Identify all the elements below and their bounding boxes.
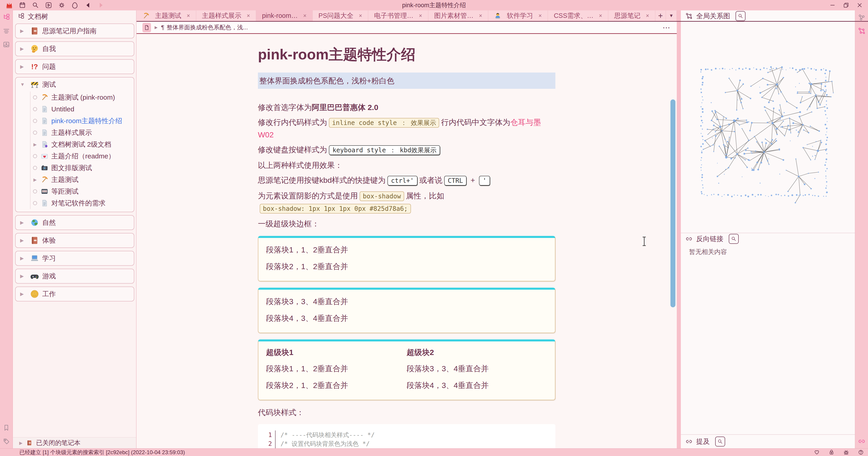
app-logo-icon[interactable] xyxy=(5,1,13,9)
code-lines[interactable]: /* ----代码块相关样式---- *//* 设置代码块背景色为浅色 */.b… xyxy=(276,430,471,448)
chevron-right-icon[interactable]: ▶ xyxy=(20,46,30,52)
tab-电子书管理…[interactable]: 电子书管理…× xyxy=(368,10,428,21)
doc-文档树测试 2级文档[interactable]: ▶文档树测试 2级文档 xyxy=(16,138,134,150)
sync-icon[interactable] xyxy=(45,1,53,9)
tab-list-button[interactable]: ▼ xyxy=(666,10,677,21)
paragraph[interactable]: 以上两种样式使用效果： xyxy=(258,159,555,171)
editor-scrollbar[interactable] xyxy=(671,99,675,307)
graph-search-button[interactable] xyxy=(736,11,745,21)
doc-bullet[interactable] xyxy=(30,131,40,135)
mentions-search-button[interactable] xyxy=(715,436,725,447)
document-content[interactable]: pink-room主题特性介绍 整体界面换成粉色系配色，浅粉+粉白色修改首选字体… xyxy=(136,34,677,448)
debug-icon[interactable] xyxy=(843,449,849,455)
theme-icon[interactable] xyxy=(71,1,79,9)
dock-local-graph[interactable] xyxy=(858,13,866,21)
tab-close-icon[interactable]: × xyxy=(303,12,307,19)
selected-paragraph[interactable]: 整体界面换成粉色系配色，浅粉+粉白色 xyxy=(258,72,555,89)
doc-图文排版测试[interactable]: 图文排版测试 xyxy=(16,162,134,174)
notebook-row[interactable]: ▶自我 xyxy=(16,42,134,56)
chevron-right-icon[interactable]: ▶ xyxy=(20,28,30,34)
breadcrumb-text[interactable]: ¶ 整体界面换成粉色系配色，浅... xyxy=(161,24,248,31)
document-badge[interactable] xyxy=(143,23,151,32)
doc-Untitled[interactable]: Untitled xyxy=(16,103,134,115)
global-search-icon[interactable] xyxy=(32,1,39,9)
doc-主题测试 (pink-room)[interactable]: 主题测试 (pink-room) xyxy=(16,92,134,103)
tab-new-button[interactable]: + xyxy=(655,10,666,21)
tab-close-icon[interactable]: × xyxy=(479,12,483,19)
dock-inbox[interactable] xyxy=(2,41,10,48)
notebook-row[interactable]: ▶体验 xyxy=(16,233,134,248)
super-block[interactable]: 段落块1，1、2垂直合并段落块2，1、2垂直合并 xyxy=(258,236,555,281)
lock-icon[interactable] xyxy=(829,449,835,455)
dock-backlinks[interactable] xyxy=(858,437,866,445)
chevron-right-icon[interactable]: ▶ xyxy=(20,256,30,261)
doc-对笔记软件的需求[interactable]: 对笔记软件的需求 xyxy=(16,197,134,209)
notebook-row[interactable]: ▼测试 xyxy=(16,77,134,92)
notebook-row[interactable]: ▶学习 xyxy=(16,251,134,265)
paragraph[interactable]: 为元素设置阴影的方式是使用box-shadow属性，比如box-shadow: … xyxy=(258,190,555,215)
doc-bullet[interactable] xyxy=(30,201,40,205)
backlinks-search-button[interactable] xyxy=(729,234,739,244)
tab-软件学习[interactable]: 软件学习× xyxy=(488,10,548,21)
tab-close-icon[interactable]: × xyxy=(599,12,602,19)
paragraph[interactable]: 思源笔记使用按键kbd样式的快捷键为ctrl+'或者说CTRL + ' xyxy=(258,174,555,187)
panel-resize-gutter[interactable] xyxy=(677,10,681,448)
doc-bullet[interactable] xyxy=(30,154,40,158)
tab-PS问题大全[interactable]: PS问题大全× xyxy=(313,10,368,21)
chevron-right-icon[interactable]: ▶ xyxy=(20,273,30,279)
doc-pink-room主题特性介绍[interactable]: pink-room主题特性介绍 xyxy=(16,115,134,127)
restore-button[interactable] xyxy=(843,2,849,8)
dock-outline[interactable] xyxy=(2,27,10,35)
doc-bullet[interactable] xyxy=(30,166,40,170)
settings-icon[interactable] xyxy=(58,1,66,9)
chevron-down-icon[interactable]: ▼ xyxy=(20,82,30,87)
super-block-columns[interactable]: 超级块1段落块1，1、2垂直合并段落块2，1、2垂直合并超级块2段落块3，3、4… xyxy=(258,339,555,400)
dock-file-tree[interactable] xyxy=(2,13,10,21)
chevron-right-icon[interactable]: ▶ xyxy=(20,64,30,69)
tab-pink-room…[interactable]: pink-room…× xyxy=(256,10,313,21)
titlebar[interactable]: pink-room主题特性介绍 xyxy=(0,0,868,11)
paragraph[interactable]: 段落块2，1、2垂直合并 xyxy=(266,380,400,391)
paragraph[interactable]: 修改行内代码样式为inline code style ： 效果展示行内代码中文字… xyxy=(258,117,555,140)
dock-global-graph[interactable] xyxy=(858,27,866,35)
paragraph[interactable]: 段落块2，1、2垂直合并 xyxy=(266,261,547,272)
paragraph[interactable]: 修改首选字体为阿里巴巴普惠体 2.0 xyxy=(258,101,555,113)
tab-close-icon[interactable]: × xyxy=(187,12,190,19)
daily-note-icon[interactable] xyxy=(19,1,26,9)
doc-等距测试[interactable]: 777等距测试 xyxy=(16,186,134,197)
super-block-column[interactable]: 超级块1段落块1，1、2垂直合并段落块2，1、2垂直合并 xyxy=(266,343,407,396)
paragraph[interactable]: 段落块1，1、2垂直合并 xyxy=(266,363,400,374)
doc-bullet[interactable] xyxy=(30,119,40,123)
help-icon[interactable] xyxy=(858,449,864,455)
doc-主题样式展示[interactable]: 主题样式展示 xyxy=(16,127,134,138)
tab-CSS需求、…[interactable]: CSS需求、…× xyxy=(548,10,608,21)
super-block[interactable]: 段落块3，3、4垂直合并段落块4，3、4垂直合并 xyxy=(258,288,555,333)
document-title[interactable]: pink-room主题特性介绍 xyxy=(258,45,555,64)
chevron-right-icon[interactable]: ▶ xyxy=(30,177,40,182)
global-graph-canvas[interactable] xyxy=(681,22,855,233)
breadcrumb[interactable]: ▶ ¶ 整体界面换成粉色系配色，浅... ⋯ xyxy=(136,22,677,34)
tab-图片素材管…[interactable]: 图片素材管…× xyxy=(428,10,489,21)
chevron-right-icon[interactable]: ▶ xyxy=(20,291,30,297)
tab-close-icon[interactable]: × xyxy=(538,12,542,19)
notebook-row[interactable]: ▶思源笔记用户指南 xyxy=(16,24,134,38)
code-block[interactable]: 1234567/* ----代码块相关样式---- *//* 设置代码块背景色为… xyxy=(258,424,555,448)
go-forward-icon[interactable] xyxy=(97,1,105,9)
tab-思源笔记[interactable]: 思源笔记× xyxy=(608,10,655,21)
dock-bookmark[interactable] xyxy=(2,424,10,432)
doc-主题测试[interactable]: ▶主题测试 xyxy=(16,174,134,186)
paragraph[interactable]: 一级超级块边框： xyxy=(258,218,555,230)
minimize-button[interactable] xyxy=(829,2,836,8)
paragraph[interactable]: 段落块3，3、4垂直合并 xyxy=(266,296,547,307)
tab-close-icon[interactable]: × xyxy=(359,12,362,19)
dock-tag[interactable] xyxy=(2,437,10,445)
tab-主题样式展示[interactable]: 主题样式展示× xyxy=(196,10,256,21)
chevron-right-icon[interactable]: ▶ xyxy=(20,220,30,225)
paragraph[interactable]: 段落块1，1、2垂直合并 xyxy=(266,244,547,256)
notebook-row[interactable]: ▶!?问题 xyxy=(16,60,134,74)
paragraph[interactable]: 段落块4，3、4垂直合并 xyxy=(407,380,540,391)
notebook-row[interactable]: ▶游戏 xyxy=(16,269,134,283)
like-icon[interactable] xyxy=(814,449,820,455)
doc-主题介绍（readme）[interactable]: 主题介绍（readme） xyxy=(16,150,134,162)
doc-bullet[interactable] xyxy=(30,107,40,111)
